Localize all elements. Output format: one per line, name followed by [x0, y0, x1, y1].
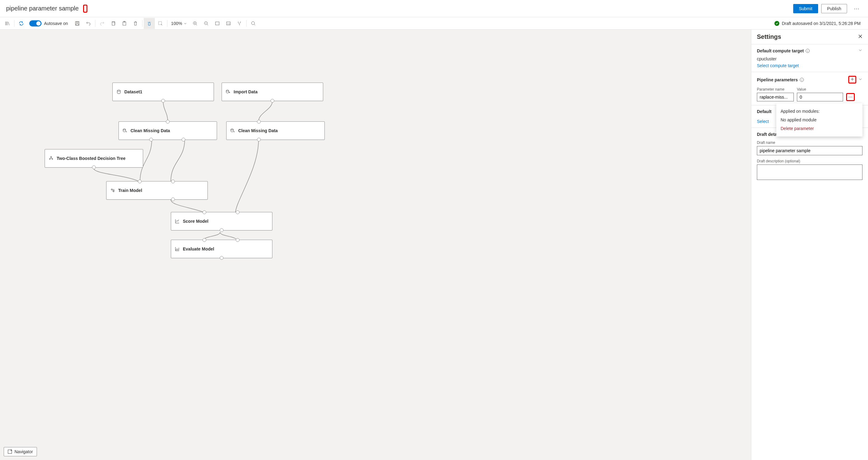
parameter-context-menu: Applied on modules: No applied module De…	[776, 103, 863, 137]
param-more-highlight[interactable]: ⋯	[846, 93, 855, 101]
publish-button[interactable]: Publish	[821, 4, 847, 13]
node-decision-tree[interactable]: Two-Class Boosted Decision Tree	[44, 149, 143, 168]
autosave-toggle[interactable]	[29, 20, 41, 27]
top-bar: pipeline parameter sample Submit Publish…	[0, 0, 868, 17]
copy-icon[interactable]	[108, 18, 119, 29]
node-dataset1[interactable]: Dataset1	[112, 83, 214, 101]
select-icon[interactable]	[155, 18, 166, 29]
clean-icon	[123, 128, 127, 133]
node-train-model[interactable]: Train Model	[106, 181, 208, 200]
svg-point-19	[50, 159, 51, 160]
fit-screen-icon[interactable]	[212, 18, 223, 29]
svg-rect-2	[76, 22, 78, 23]
navigator-button[interactable]: Navigator	[4, 447, 37, 456]
tree-icon	[49, 156, 54, 161]
svg-point-16	[123, 129, 126, 130]
clean-icon	[230, 128, 235, 133]
import-icon	[226, 89, 230, 94]
applied-modules-value: No applied module	[781, 116, 858, 124]
pipeline-canvas[interactable]: Dataset1 Import Data Clean Missing Data …	[0, 30, 751, 460]
svg-point-15	[226, 90, 229, 91]
draft-name-input[interactable]	[757, 146, 863, 155]
svg-text:1:1: 1:1	[227, 23, 230, 25]
chevron-down-icon[interactable]	[858, 48, 863, 53]
train-icon	[110, 188, 115, 193]
autosave-label: Autosave on	[44, 21, 68, 26]
compute-value: cpucluster	[757, 56, 863, 61]
svg-point-20	[52, 159, 53, 160]
zoom-in-icon[interactable]	[190, 18, 201, 29]
parameter-row: ⋯ Applied on modules: No applied module …	[757, 93, 863, 102]
node-import-data[interactable]: Import Data	[222, 83, 323, 101]
add-parameter-highlight[interactable]	[848, 76, 856, 84]
panel-title: Settings	[757, 33, 781, 40]
delete-icon[interactable]	[130, 18, 141, 29]
compute-section: Default compute target cpucluster Select…	[751, 44, 868, 72]
svg-rect-10	[215, 22, 219, 25]
save-icon[interactable]	[72, 18, 83, 29]
svg-rect-5	[123, 22, 126, 25]
node-score-model[interactable]: Score Model	[171, 212, 272, 230]
svg-rect-3	[76, 24, 79, 25]
autosave-status: Draft autosaved on 3/1/2021, 5:26:28 PM	[774, 21, 866, 26]
node-clean-missing-1[interactable]: Clean Missing Data	[119, 121, 217, 140]
svg-point-22	[113, 191, 114, 192]
draft-desc-label: Draft description (optional)	[757, 159, 863, 163]
toolbar: Autosave on 100% 1:1 Draft autosaved on …	[0, 17, 868, 30]
evaluate-icon	[175, 247, 180, 251]
paste-icon[interactable]	[119, 18, 130, 29]
draft-desc-input[interactable]	[757, 165, 863, 180]
param-name-input[interactable]	[757, 93, 794, 102]
plus-icon	[850, 77, 855, 82]
node-clean-missing-2[interactable]: Clean Missing Data	[226, 121, 325, 140]
delete-parameter-link[interactable]: Delete parameter	[781, 124, 858, 133]
auto-layout-icon[interactable]	[234, 18, 245, 29]
settings-gear-highlight[interactable]	[83, 5, 87, 12]
settings-panel: Settings Default compute target cpuclust…	[751, 30, 868, 460]
undo-icon[interactable]	[83, 18, 94, 29]
svg-point-13	[251, 22, 254, 25]
svg-point-17	[231, 129, 233, 130]
database-icon	[116, 89, 121, 94]
svg-point-21	[111, 189, 112, 190]
zoom-level[interactable]: 100%	[171, 21, 187, 26]
node-evaluate-model[interactable]: Evaluate Model	[171, 240, 272, 258]
param-value-input[interactable]	[797, 93, 843, 102]
library-icon[interactable]	[2, 18, 13, 29]
search-icon[interactable]	[248, 18, 259, 29]
actual-size-icon[interactable]: 1:1	[223, 18, 234, 29]
refresh-icon[interactable]	[16, 18, 27, 29]
close-icon[interactable]	[858, 34, 863, 39]
param-name-header: Parameter name	[757, 87, 794, 91]
submit-button[interactable]: Submit	[793, 4, 818, 13]
score-icon	[175, 219, 180, 224]
select-datastore-link[interactable]: Select	[757, 119, 769, 124]
more-menu-icon[interactable]: ⋯	[851, 4, 862, 13]
info-icon[interactable]	[800, 78, 804, 82]
zoom-out-icon[interactable]	[201, 18, 212, 29]
redo-icon[interactable]	[97, 18, 108, 29]
svg-point-18	[51, 156, 52, 157]
svg-point-14	[117, 90, 120, 91]
draft-name-label: Draft name	[757, 141, 863, 145]
applied-modules-label: Applied on modules:	[781, 107, 858, 116]
chevron-down-icon[interactable]	[858, 77, 863, 82]
pipeline-title: pipeline parameter sample	[6, 5, 79, 12]
parameters-section: Pipeline parameters Parameter name Value…	[751, 72, 868, 105]
success-icon	[774, 21, 779, 26]
svg-rect-4	[112, 22, 115, 25]
select-compute-link[interactable]: Select compute target	[757, 63, 799, 68]
pan-icon[interactable]	[144, 18, 155, 29]
info-icon[interactable]	[806, 49, 810, 53]
param-value-header: Value	[797, 87, 806, 91]
